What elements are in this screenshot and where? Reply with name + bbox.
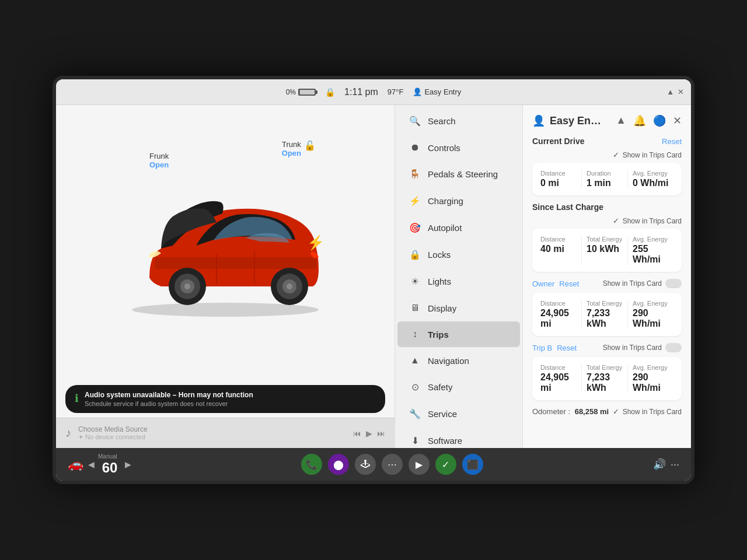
- speed-value: 60: [98, 460, 121, 476]
- slc-distance-value: 40 mi: [540, 244, 577, 254]
- menu-label-software: Software: [428, 436, 462, 446]
- taskbar: 🚗 ◀ Manual 60 ▶ 📞 ⬤ 🕹 ⋯ ▶ ✓ ⬛: [56, 448, 691, 481]
- slc-energy-value: 10 kWh: [587, 244, 623, 254]
- current-drive-stats: Distance 0 mi Duration 1 min Avg. Energy…: [540, 170, 673, 188]
- media-info: Choose Media Source ✦ No device connecte…: [78, 425, 346, 441]
- current-drive-energy: Avg. Energy 0 Wh/mi: [628, 170, 673, 188]
- charging-icon: ⚡: [409, 195, 421, 206]
- lights-icon: ☀: [409, 276, 421, 287]
- menu-label-safety: Safety: [428, 382, 453, 392]
- menu-item-lights[interactable]: ☀ Lights: [397, 268, 520, 295]
- status-time: 1:11 pm: [344, 87, 378, 97]
- menu-item-controls[interactable]: ⏺ Controls: [397, 135, 520, 160]
- play-icon[interactable]: ▶: [366, 429, 372, 438]
- pedals-icon: 🪑: [409, 169, 421, 180]
- check-button[interactable]: ✓: [435, 454, 456, 475]
- since-last-charge-title: Since Last Charge: [532, 202, 603, 212]
- menu-item-autopilot[interactable]: 🎯 Autopilot: [397, 215, 520, 241]
- trip-b-section: Trip B Reset Show in Trips Card Distance: [532, 343, 682, 400]
- current-drive-duration: Duration 1 min: [582, 170, 628, 188]
- controls-icon: ⏺: [409, 142, 421, 153]
- bluetooth-icon[interactable]: 🔵: [653, 114, 666, 127]
- taskbar-more-icon[interactable]: ···: [671, 459, 679, 471]
- menu-label-search: Search: [428, 116, 456, 126]
- menu-item-service[interactable]: 🔧 Service: [397, 401, 520, 427]
- menu-label-controls: Controls: [428, 143, 460, 153]
- navigation-icon: ▲: [409, 355, 421, 366]
- minimize-icon[interactable]: ▲: [666, 88, 674, 96]
- menu-item-pedals[interactable]: 🪑 Pedals & Steering: [397, 161, 520, 187]
- menu-label-pedals: Pedals & Steering: [428, 169, 498, 179]
- game-button[interactable]: 🕹: [355, 454, 376, 475]
- prev-track-icon[interactable]: ⏮: [353, 429, 361, 438]
- owner-section: Owner Reset Show in Trips Card Distance: [532, 279, 682, 336]
- panel-header: 👤 Easy En… ▲ 🔔 🔵 ✕: [532, 114, 682, 127]
- speed-increase[interactable]: ▶: [125, 460, 131, 469]
- taskbar-right: 🔊 ···: [653, 458, 679, 471]
- volume-icon[interactable]: 🔊: [653, 458, 666, 471]
- menu-item-navigation[interactable]: ▲ Navigation: [397, 348, 520, 373]
- panel-title: Easy En…: [550, 115, 601, 127]
- phone-button[interactable]: 📞: [301, 454, 322, 475]
- header-close-icon[interactable]: ✕: [673, 114, 682, 127]
- current-drive-reset[interactable]: Reset: [662, 137, 682, 146]
- play-button[interactable]: ▶: [409, 454, 430, 475]
- owner-distance: Distance 24,905 mi: [540, 300, 582, 329]
- trip-b-reset[interactable]: Reset: [557, 344, 577, 352]
- right-panel: 👤 Easy En… ▲ 🔔 🔵 ✕ Current Drive Reset: [523, 105, 691, 448]
- current-drive-check: ✓: [613, 150, 619, 159]
- menu-item-locks[interactable]: 🔒 Locks: [397, 242, 520, 268]
- owner-energy-label: Total Energy: [587, 300, 623, 307]
- trip-b-header: Trip B Reset Show in Trips Card: [532, 343, 682, 352]
- menu-item-trips[interactable]: ↕ Trips: [397, 321, 520, 347]
- duration-value: 1 min: [587, 178, 623, 188]
- tripb-avg-label: Avg. Energy: [633, 364, 669, 371]
- battery-fill: [299, 90, 300, 94]
- autopilot-icon: 🎯: [409, 222, 421, 233]
- up-icon[interactable]: ▲: [616, 114, 626, 127]
- owner-energy-value: 7,233 kWh: [587, 308, 623, 329]
- menu-item-software[interactable]: ⬇ Software: [397, 428, 520, 448]
- trip-b-trips-toggle[interactable]: [665, 343, 682, 352]
- owner-header: Owner Reset Show in Trips Card: [532, 279, 682, 288]
- camera-button[interactable]: ⬤: [328, 454, 349, 475]
- owner-label: Owner: [532, 279, 554, 288]
- since-charge-distance: Distance 40 mi: [540, 236, 582, 265]
- trunk-status: Open: [282, 149, 301, 158]
- menu-item-display[interactable]: 🖥 Display: [397, 295, 520, 321]
- tesla-ui: 0% 🔒 1:11 pm 97°F 👤 Easy Entry ▲ ✕: [56, 79, 691, 481]
- close-icons: ▲ ✕: [666, 88, 684, 96]
- since-last-charge-header: Since Last Charge: [532, 202, 682, 212]
- screen-button[interactable]: ⬛: [462, 454, 483, 475]
- speed-label: Manual: [98, 453, 121, 460]
- trip-b-stats: Distance 24,905 mi Total Energy 7,233 kW…: [540, 364, 673, 393]
- odometer-value: 68,258 mi: [575, 407, 609, 416]
- trip-b-trips-row: Show in Trips Card: [603, 343, 682, 352]
- slc-energy-label: Total Energy: [587, 236, 623, 243]
- dots-button[interactable]: ⋯: [382, 454, 403, 475]
- trip-b-label: Trip B: [532, 344, 552, 352]
- media-bar: ♪ Choose Media Source ✦ No device connec…: [56, 418, 395, 448]
- media-controls[interactable]: ⏮ ▶ ⏭: [353, 429, 385, 438]
- svg-point-4: [184, 284, 190, 289]
- battery-percent: 0%: [286, 88, 296, 96]
- owner-reset[interactable]: Reset: [559, 279, 579, 288]
- bell-icon[interactable]: 🔔: [633, 114, 646, 127]
- trip-b-avg-energy: Avg. Energy 290 Wh/mi: [628, 364, 673, 393]
- notification-icon: ℹ: [75, 392, 79, 405]
- owner-card: Distance 24,905 mi Total Energy 7,233 kW…: [532, 293, 682, 336]
- menu-item-charging[interactable]: ⚡ Charging: [397, 188, 520, 214]
- menu-item-search[interactable]: 🔍 Search: [397, 108, 520, 134]
- owner-trips-toggle[interactable]: [665, 279, 682, 288]
- close-icon[interactable]: ✕: [678, 88, 684, 96]
- distance-label: Distance: [540, 170, 577, 177]
- menu-panel: 🔍 Search ⏺ Controls 🪑 Pedals & Steering …: [395, 105, 523, 448]
- next-track-icon[interactable]: ⏭: [377, 429, 385, 438]
- menu-label-service: Service: [428, 409, 457, 419]
- car-lock-indicator: 🔓: [304, 140, 316, 151]
- odometer-info: Odometer : 68,258 mi: [532, 407, 609, 416]
- speed-decrease[interactable]: ◀: [88, 460, 95, 469]
- notification-title: Audio system unavailable – Horn may not …: [85, 391, 253, 399]
- menu-item-safety[interactable]: ⊙ Safety: [397, 374, 520, 400]
- tripb-energy-label: Total Energy: [587, 364, 623, 371]
